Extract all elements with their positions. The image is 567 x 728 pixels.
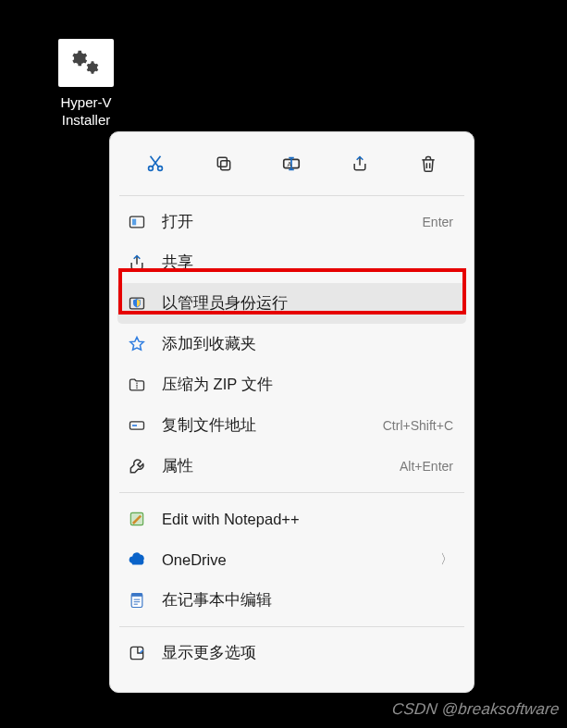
svg-rect-12 — [131, 594, 142, 597]
menu-item-share[interactable]: 共享 — [117, 242, 466, 283]
svg-rect-7 — [132, 219, 136, 226]
wrench-icon — [127, 456, 147, 476]
menu-label: OneDrive — [162, 551, 435, 569]
menu-item-more[interactable]: 显示更多选项 — [117, 633, 466, 673]
svg-point-0 — [148, 167, 153, 171]
menu-item-properties[interactable]: 属性 Alt+Enter — [117, 446, 466, 487]
svg-rect-2 — [220, 161, 229, 170]
share-icon — [350, 154, 370, 174]
open-icon — [127, 212, 147, 232]
menu-item-zip[interactable]: 压缩为 ZIP 文件 — [117, 364, 466, 405]
svg-rect-3 — [217, 157, 227, 167]
menu-section-1: 打开 Enter 共享 — [116, 196, 468, 492]
copy-button[interactable] — [205, 147, 242, 180]
notepadpp-icon — [127, 509, 147, 529]
menu-label: 以管理员身份运行 — [162, 293, 453, 314]
svg-rect-6 — [130, 216, 144, 228]
onedrive-icon — [127, 549, 147, 570]
menu-section-3: 显示更多选项 — [116, 627, 468, 679]
watermark: CSDN @breaksoftware — [391, 700, 561, 719]
menu-label: Edit with Notepad++ — [162, 511, 453, 528]
delete-button[interactable] — [410, 147, 447, 180]
share-button[interactable] — [341, 147, 378, 180]
menu-item-notepad[interactable]: 在记事本中编辑 — [117, 580, 466, 621]
rename-icon: A — [281, 154, 302, 174]
menu-label: 打开 — [162, 212, 423, 232]
menu-label: 在记事本中编辑 — [162, 590, 453, 611]
svg-text:A: A — [288, 160, 292, 168]
menu-section-2: Edit with Notepad++ OneDrive 〉 — [116, 493, 468, 626]
gear-icon — [69, 49, 103, 77]
context-menu: A — [109, 131, 475, 693]
menu-label: 添加到收藏夹 — [162, 334, 453, 354]
copy-icon — [214, 154, 234, 174]
zip-icon — [127, 375, 147, 395]
cut-button[interactable] — [137, 147, 174, 180]
cut-icon — [145, 154, 166, 174]
menu-accel: Enter — [423, 215, 453, 229]
notepad-icon — [127, 590, 147, 611]
delete-icon — [418, 154, 438, 174]
menu-accel: Ctrl+Shift+C — [383, 418, 453, 433]
shortcut-label: Hyper-V Installer — [44, 94, 128, 130]
rename-button[interactable]: A — [273, 147, 310, 180]
menu-item-run-as-admin[interactable]: 以管理员身份运行 — [117, 283, 466, 324]
desktop-shortcut-hyperv[interactable]: Hyper-V Installer — [44, 39, 128, 130]
context-toolbar: A — [116, 138, 468, 195]
shortcut-tile — [58, 39, 114, 87]
shield-icon — [127, 293, 147, 314]
menu-label: 属性 — [162, 456, 400, 476]
menu-label: 显示更多选项 — [162, 643, 453, 663]
menu-accel: Alt+Enter — [400, 459, 453, 474]
menu-item-copy-path[interactable]: 复制文件地址 Ctrl+Shift+C — [117, 405, 466, 446]
menu-item-favorite[interactable]: 添加到收藏夹 — [117, 324, 466, 364]
svg-point-1 — [158, 167, 163, 171]
menu-label: 复制文件地址 — [162, 415, 383, 436]
menu-label: 共享 — [162, 253, 453, 273]
desktop[interactable]: Hyper-V Installer — [0, 0, 567, 728]
menu-label: 压缩为 ZIP 文件 — [162, 375, 453, 395]
menu-item-onedrive[interactable]: OneDrive 〉 — [117, 539, 466, 580]
menu-item-notepadpp[interactable]: Edit with Notepad++ — [117, 499, 466, 539]
chevron-right-icon: 〉 — [440, 551, 453, 568]
path-icon — [127, 415, 147, 436]
star-icon — [127, 334, 147, 354]
more-icon — [127, 643, 147, 663]
share-icon — [127, 253, 147, 273]
menu-item-open[interactable]: 打开 Enter — [117, 202, 466, 242]
